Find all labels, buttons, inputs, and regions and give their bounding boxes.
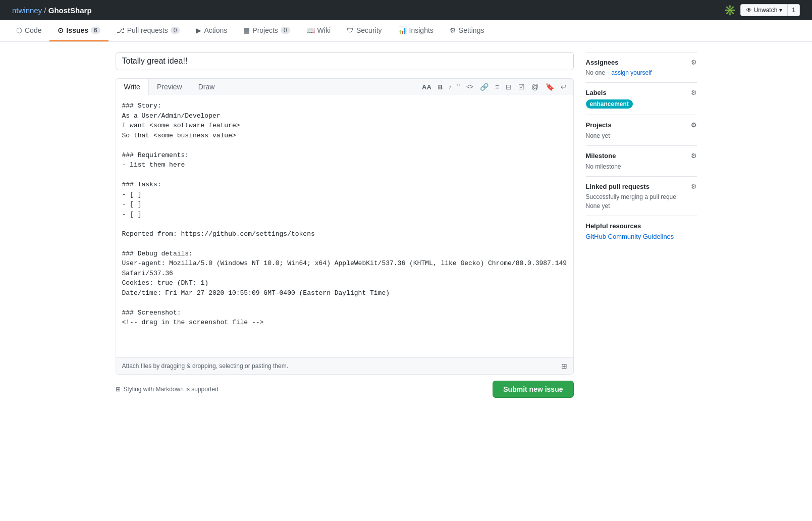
code-icon: ⬡ bbox=[16, 26, 22, 34]
projects-value: None yet bbox=[586, 132, 610, 139]
editor-tabs-row: Write Preview Draw AA B i " <> 🔗 ≡ ⊟ ☑ @… bbox=[116, 78, 574, 95]
heading-btn[interactable]: AA bbox=[419, 82, 434, 92]
preview-tab[interactable]: Preview bbox=[149, 79, 190, 95]
projects-label: Projects bbox=[586, 121, 612, 129]
linked-prs-block: Linked pull requests ⚙ Successfully merg… bbox=[586, 176, 697, 216]
tab-pull-requests[interactable]: ⎇ Pull requests 0 bbox=[109, 20, 188, 41]
insights-icon: 📊 bbox=[398, 26, 407, 34]
linked-prs-value: None yet bbox=[586, 202, 697, 210]
submit-row: ⊞ Styling with Markdown is supported Sub… bbox=[116, 381, 574, 398]
tab-settings-label: Settings bbox=[459, 26, 484, 34]
milestone-gear-icon[interactable]: ⚙ bbox=[691, 152, 697, 160]
linked-prs-hint: Successfully merging a pull reque bbox=[586, 193, 697, 200]
milestone-label: Milestone bbox=[586, 152, 616, 160]
tab-pr-label: Pull requests bbox=[127, 26, 168, 34]
code-btn[interactable]: <> bbox=[464, 82, 476, 92]
assignees-gear-icon[interactable]: ⚙ bbox=[691, 59, 697, 66]
tab-security-label: Security bbox=[356, 26, 382, 34]
tab-actions[interactable]: ▶ Actions bbox=[188, 20, 235, 41]
milestone-value: No milestone bbox=[586, 163, 621, 170]
helpful-label: Helpful resources bbox=[586, 222, 641, 230]
github-community-link[interactable]: GitHub Community Guidelines bbox=[586, 233, 674, 240]
assignees-value: No one—assign yourself bbox=[586, 69, 697, 76]
attach-text: Attach files by dragging & dropping, sel… bbox=[122, 362, 289, 370]
assignees-block: Assignees ⚙ No one—assign yourself bbox=[586, 52, 697, 82]
submit-issue-button[interactable]: Submit new issue bbox=[493, 381, 573, 398]
tab-security[interactable]: 🛡 Security bbox=[339, 20, 390, 41]
linked-prs-label: Linked pull requests bbox=[586, 183, 649, 190]
tab-wiki-label: Wiki bbox=[317, 26, 331, 34]
editor-textarea[interactable]: ### Story: As a User/Admin/Developer I w… bbox=[116, 95, 573, 357]
tab-actions-label: Actions bbox=[204, 26, 227, 34]
milestone-block: Milestone ⚙ No milestone bbox=[586, 145, 697, 176]
repo-name[interactable]: GhostSharp bbox=[48, 6, 92, 15]
eye-icon: 👁 bbox=[746, 7, 752, 14]
nav-tabs: ⬡ Code ⊙ Issues 6 ⎇ Pull requests 0 ▶ Ac… bbox=[0, 20, 812, 42]
write-tab[interactable]: Write bbox=[116, 79, 149, 95]
tab-projects-label: Projects bbox=[252, 26, 278, 34]
tab-settings[interactable]: ⚙ Settings bbox=[442, 20, 493, 41]
mention-btn[interactable]: @ bbox=[529, 81, 541, 92]
editor-section: Write Preview Draw AA B i " <> 🔗 ≡ ⊟ ☑ @… bbox=[116, 52, 574, 398]
tab-wiki[interactable]: 📖 Wiki bbox=[298, 20, 339, 41]
issue-title-input[interactable] bbox=[116, 52, 574, 70]
settings-icon: ⚙ bbox=[450, 26, 456, 34]
assign-yourself-link[interactable]: assign yourself bbox=[611, 69, 652, 76]
tab-issues[interactable]: ⊙ Issues 6 bbox=[49, 20, 108, 41]
helpful-block: Helpful resources GitHub Community Guide… bbox=[586, 216, 697, 246]
tab-projects[interactable]: ▦ Projects 0 bbox=[235, 20, 298, 41]
watch-count: 1 bbox=[788, 4, 800, 16]
tab-issues-label: Issues bbox=[66, 26, 88, 34]
watch-label: Unwatch bbox=[754, 7, 778, 14]
draw-tab[interactable]: Draw bbox=[190, 79, 223, 95]
tab-insights-label: Insights bbox=[409, 26, 434, 34]
projects-count-badge: 0 bbox=[281, 27, 290, 34]
dropdown-arrow-icon: ▾ bbox=[779, 7, 782, 14]
pr-icon: ⎇ bbox=[117, 26, 125, 34]
labels-label: Labels bbox=[586, 89, 607, 96]
assignees-label: Assignees bbox=[586, 59, 619, 66]
italic-btn[interactable]: i bbox=[447, 82, 453, 92]
watch-button[interactable]: 👁 Unwatch ▾ bbox=[740, 4, 788, 16]
label-enhancement: enhancement bbox=[586, 99, 697, 109]
projects-icon: ▦ bbox=[243, 26, 250, 34]
markdown-note: ⊞ Styling with Markdown is supported bbox=[116, 386, 219, 393]
ordered-list-btn[interactable]: ⊟ bbox=[503, 81, 514, 92]
editor-body: ### Story: As a User/Admin/Developer I w… bbox=[116, 95, 574, 358]
task-list-btn[interactable]: ☑ bbox=[516, 81, 527, 92]
quote-btn[interactable]: " bbox=[455, 81, 462, 92]
watch-area: 👁 Unwatch ▾ 1 bbox=[740, 4, 800, 16]
actions-icon: ▶ bbox=[196, 26, 201, 34]
labels-block: Labels ⚙ enhancement bbox=[586, 82, 697, 115]
enhancement-badge: enhancement bbox=[586, 99, 633, 109]
bold-btn[interactable]: B bbox=[436, 82, 445, 92]
tab-insights[interactable]: 📊 Insights bbox=[390, 20, 442, 41]
unordered-list-btn[interactable]: ≡ bbox=[493, 81, 502, 92]
repo-owner[interactable]: ntwinney bbox=[12, 6, 42, 15]
issues-count-badge: 6 bbox=[91, 27, 100, 34]
linked-prs-gear-icon[interactable]: ⚙ bbox=[691, 183, 697, 190]
pr-count-badge: 0 bbox=[171, 27, 180, 34]
reply-btn[interactable]: ↩ bbox=[558, 81, 569, 92]
markdown-note-text: Styling with Markdown is supported bbox=[124, 386, 219, 393]
wiki-icon: 📖 bbox=[306, 26, 315, 34]
sidebar-section: Assignees ⚙ No one—assign yourself Label… bbox=[586, 52, 697, 398]
tab-code[interactable]: ⬡ Code bbox=[8, 20, 49, 41]
multicolor-star-icon: ✳️ bbox=[724, 4, 736, 16]
projects-block: Projects ⚙ None yet bbox=[586, 115, 697, 145]
markdown-icon: ⊞ bbox=[561, 362, 567, 370]
repo-slash: / bbox=[42, 6, 48, 15]
labels-gear-icon[interactable]: ⚙ bbox=[691, 89, 697, 96]
issues-icon: ⊙ bbox=[58, 26, 64, 34]
security-icon: 🛡 bbox=[347, 26, 354, 34]
link-btn[interactable]: 🔗 bbox=[477, 81, 491, 92]
bookmark-btn[interactable]: 🔖 bbox=[543, 81, 557, 92]
repo-breadcrumb: ntwinney / GhostSharp bbox=[12, 6, 92, 15]
markdown-note-icon: ⊞ bbox=[116, 386, 121, 393]
attach-files-area: Attach files by dragging & dropping, sel… bbox=[116, 358, 574, 375]
projects-gear-icon[interactable]: ⚙ bbox=[691, 121, 697, 129]
tab-code-label: Code bbox=[25, 26, 41, 34]
